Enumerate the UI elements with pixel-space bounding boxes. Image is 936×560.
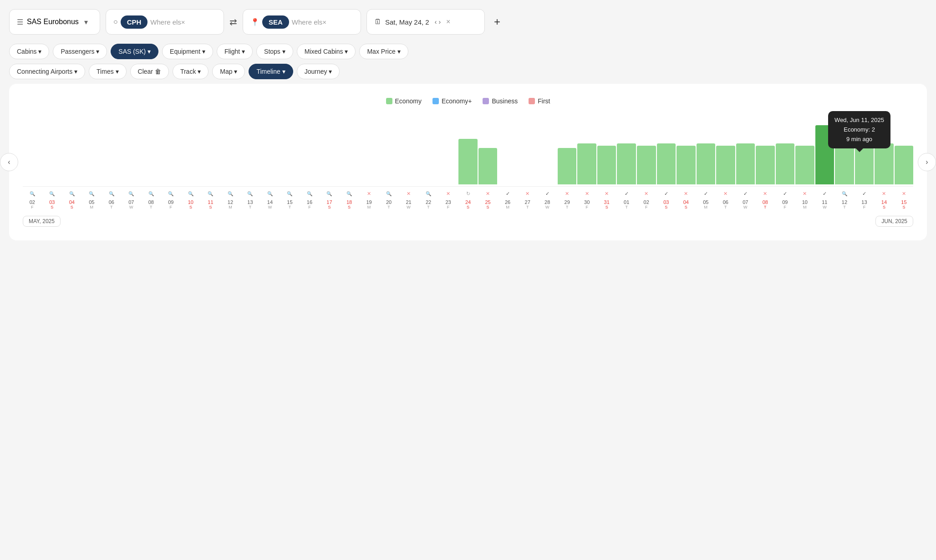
date-cell[interactable]: 13F xyxy=(855,199,874,209)
date-cell[interactable]: 05M xyxy=(82,199,102,209)
date-cell[interactable]: 09F xyxy=(776,199,795,209)
filter-btn-equipment[interactable]: Equipment ▾ xyxy=(162,44,213,59)
date-cell[interactable]: 20T xyxy=(379,199,398,209)
filter-btn-sas[interactable]: SAS (SK) ▾ xyxy=(111,44,158,59)
bar-col[interactable] xyxy=(458,139,478,184)
bar-col[interactable] xyxy=(875,143,894,184)
date-cell[interactable]: 02F xyxy=(23,199,42,209)
bar-col[interactable] xyxy=(697,143,716,184)
dest-input[interactable]: 📍 SEA Where els× xyxy=(243,9,361,35)
day-number: 13 xyxy=(861,199,867,205)
date-cell[interactable]: 02F xyxy=(637,199,656,209)
bar-col[interactable] xyxy=(677,146,696,184)
date-cell[interactable]: 13T xyxy=(241,199,260,209)
filter-btn-track[interactable]: Track ▾ xyxy=(173,64,209,79)
date-cell[interactable]: 10M xyxy=(795,199,814,209)
date-cell[interactable]: 22T xyxy=(419,199,438,209)
bar-col[interactable] xyxy=(895,146,913,184)
date-cell[interactable]: 01T xyxy=(617,199,636,209)
filter-btn-mixed-cabins[interactable]: Mixed Cabins ▾ xyxy=(297,44,356,59)
date-cell[interactable]: 15S xyxy=(895,199,913,209)
date-cell[interactable]: 15T xyxy=(280,199,300,209)
bar-col[interactable] xyxy=(597,146,616,184)
filter-btn-flight[interactable]: Flight ▾ xyxy=(217,44,253,59)
date-cell[interactable]: 19M xyxy=(360,199,379,209)
date-cell[interactable]: 27T xyxy=(518,199,537,209)
date-cell[interactable]: 30F xyxy=(577,199,596,209)
date-cell[interactable]: 04S xyxy=(677,199,696,209)
day-name: S xyxy=(883,205,885,209)
date-cell[interactable]: 10S xyxy=(181,199,200,209)
date-cell[interactable]: 24S xyxy=(458,199,478,209)
date-cell[interactable]: 08T xyxy=(756,199,775,209)
date-cell[interactable]: 28W xyxy=(538,199,557,209)
program-selector[interactable]: ☰ SAS Eurobonus ▾ xyxy=(9,9,100,35)
bar-col[interactable] xyxy=(756,146,775,184)
date-cell[interactable]: 12T xyxy=(835,199,854,209)
date-cell[interactable]: 06T xyxy=(102,199,121,209)
date-cell[interactable]: 16F xyxy=(300,199,319,209)
bar-col[interactable] xyxy=(577,143,596,184)
date-cell[interactable]: 18S xyxy=(340,199,359,209)
filter-btn-clear[interactable]: Clear 🗑 xyxy=(130,64,169,79)
swap-button[interactable]: ⇄ xyxy=(229,16,237,27)
day-name: F xyxy=(645,205,648,209)
date-prev-button[interactable]: ‹ xyxy=(435,18,437,25)
date-cell[interactable]: 29T xyxy=(558,199,577,209)
date-cell[interactable]: 11S xyxy=(201,199,220,209)
legend-color-first xyxy=(529,98,535,104)
bar-col[interactable] xyxy=(835,143,854,184)
date-cell[interactable]: 11W xyxy=(815,199,834,209)
filter-btn-max-price[interactable]: Max Price ▾ xyxy=(359,44,408,59)
program-chevron: ▾ xyxy=(84,18,88,26)
filter-btn-journey[interactable]: Journey ▾ xyxy=(297,64,340,79)
filter-btn-connecting-airports[interactable]: Connecting Airports ▾ xyxy=(9,64,85,79)
bar-col[interactable] xyxy=(736,143,755,184)
legend-label-first: First xyxy=(538,97,550,105)
day-name: S xyxy=(328,205,331,209)
date-cell[interactable]: 14W xyxy=(260,199,280,209)
date-selector[interactable]: 🗓 Sat, May 24, 2 ‹ › × xyxy=(366,9,485,35)
bar-col[interactable] xyxy=(657,143,676,184)
bar-col[interactable] xyxy=(617,143,636,184)
day-number: 05 xyxy=(703,199,708,205)
chart-prev-button[interactable]: ‹ xyxy=(0,153,18,171)
icon-cell: ✕ xyxy=(795,189,814,198)
filter-btn-cabins[interactable]: Cabins ▾ xyxy=(9,44,49,59)
date-cell[interactable]: 26M xyxy=(498,199,517,209)
date-clear-button[interactable]: × xyxy=(446,18,450,26)
date-cell[interactable]: 09F xyxy=(162,199,181,209)
date-cell[interactable]: 21W xyxy=(399,199,418,209)
date-cell[interactable]: 23F xyxy=(439,199,458,209)
date-cell[interactable]: 05M xyxy=(697,199,716,209)
filter-btn-times[interactable]: Times ▾ xyxy=(89,64,126,79)
bar-col[interactable] xyxy=(795,146,814,184)
date-cell[interactable]: 06T xyxy=(716,199,735,209)
date-cell[interactable]: 04S xyxy=(62,199,81,209)
bar-col[interactable] xyxy=(558,148,577,184)
date-cell[interactable]: 25S xyxy=(478,199,498,209)
date-cell[interactable]: 03S xyxy=(657,199,676,209)
date-next-button[interactable]: › xyxy=(438,18,441,25)
origin-input[interactable]: ○ CPH Where els× xyxy=(106,9,224,35)
date-cell[interactable]: 31S xyxy=(597,199,616,209)
filter-btn-stops[interactable]: Stops ▾ xyxy=(256,44,293,59)
date-cell[interactable]: 03S xyxy=(43,199,62,209)
filter-btn-map[interactable]: Map ▾ xyxy=(212,64,245,79)
day-name: T xyxy=(724,205,727,209)
chart-next-button[interactable]: › xyxy=(918,153,936,171)
date-cell[interactable]: 12M xyxy=(221,199,240,209)
filter-btn-passengers[interactable]: Passengers ▾ xyxy=(53,44,107,59)
date-cell[interactable]: 14S xyxy=(875,199,894,209)
date-cell[interactable]: 07W xyxy=(736,199,755,209)
add-route-button[interactable]: + xyxy=(490,12,504,32)
bar-col[interactable] xyxy=(637,146,656,184)
date-cell[interactable]: 07W xyxy=(122,199,141,209)
bar-col[interactable] xyxy=(776,143,795,184)
bar-col[interactable] xyxy=(716,146,735,184)
filter-btn-timeline[interactable]: Timeline ▾ xyxy=(249,64,293,79)
date-cell[interactable]: 17S xyxy=(320,199,339,209)
day-number: 06 xyxy=(109,199,114,205)
bar-col[interactable] xyxy=(478,148,498,184)
date-cell[interactable]: 08T xyxy=(142,199,161,209)
